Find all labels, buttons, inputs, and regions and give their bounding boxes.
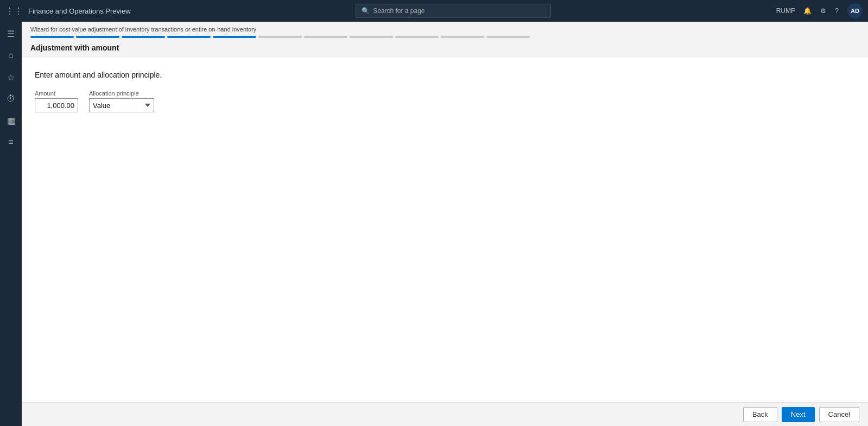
step-4 [167,36,211,38]
user-name: RUMF [776,7,795,15]
cancel-button[interactable]: Cancel [819,407,859,422]
amount-group: Amount [35,90,78,112]
sidenav: ☰ ⌂ ☆ ⏱ ▦ ≡ [0,22,22,426]
wizard-bar: Wizard for cost value adjustment of inve… [22,22,868,40]
allocation-group: Allocation principle Value Quantity Equa… [89,90,154,112]
step-9 [395,36,439,38]
wizard-subtitle: Wizard for cost value adjustment of inve… [30,26,859,33]
search-icon: 🔍 [362,7,370,15]
step-7 [304,36,347,38]
section-title: Adjustment with amount [30,43,119,52]
step-8 [350,36,393,38]
sidenav-workspaces[interactable]: ▦ [1,111,21,130]
form-intro: Enter amount and allocation principle. [35,71,855,79]
step-6 [258,36,302,38]
back-button[interactable]: Back [743,407,777,422]
step-10 [441,36,484,38]
amount-label: Amount [35,90,78,97]
allocation-label: Allocation principle [89,90,154,97]
content-area: Enter amount and allocation principle. A… [22,58,868,402]
search-box[interactable]: 🔍 Search for a page [356,4,551,18]
app-title: Finance and Operations Preview [28,7,131,15]
next-button[interactable]: Next [782,407,815,422]
step-2 [76,36,119,38]
notification-icon[interactable]: 🔔 [803,7,812,15]
form-row: Amount Allocation principle Value Quanti… [35,90,855,112]
help-icon[interactable]: ? [835,7,839,15]
topbar: ⋮⋮ Finance and Operations Preview 🔍 Sear… [0,0,868,22]
allocation-select[interactable]: Value Quantity Equally [89,98,154,112]
avatar[interactable]: AD [847,3,863,18]
settings-icon[interactable]: ⚙ [820,7,826,15]
main-content: Wizard for cost value adjustment of inve… [22,22,868,426]
sidenav-modules[interactable]: ≡ [1,132,21,152]
step-3 [122,36,165,38]
sidenav-favorites[interactable]: ☆ [1,67,21,87]
sidenav-menu[interactable]: ☰ [1,24,21,43]
grid-icon[interactable]: ⋮⋮ [5,6,23,16]
steps-progress [30,36,859,38]
step-11 [486,36,530,38]
amount-input[interactable] [35,98,78,112]
section-header: Adjustment with amount [22,40,868,58]
step-5 [213,36,256,38]
sidenav-home[interactable]: ⌂ [1,46,21,65]
search-placeholder: Search for a page [373,7,425,15]
footer: Back Next Cancel [22,402,868,426]
step-1 [30,36,74,38]
sidenav-recent[interactable]: ⏱ [1,89,21,109]
